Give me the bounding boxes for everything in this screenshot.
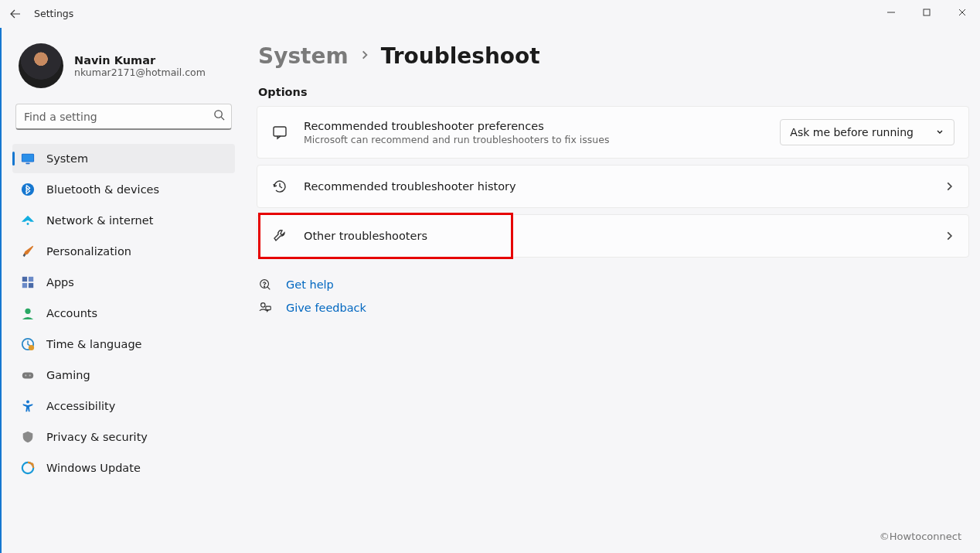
link-get-help[interactable]: Get help	[258, 278, 969, 292]
clock-globe-icon	[20, 336, 36, 352]
update-icon	[20, 460, 36, 476]
svg-rect-8	[26, 162, 29, 164]
card-troubleshooter-history[interactable]: Recommended troubleshooter history	[257, 165, 969, 208]
card-subtitle: Microsoft can recommend and run troubles…	[304, 134, 764, 145]
nav-label: Personalization	[46, 245, 131, 258]
section-title-options: Options	[258, 86, 969, 98]
chevron-down-icon	[935, 126, 944, 138]
nav-label: Network & internet	[46, 214, 153, 227]
wrench-icon	[271, 227, 288, 244]
svg-line-5	[221, 117, 224, 120]
maximize-button[interactable]	[909, 0, 944, 25]
back-button[interactable]	[0, 0, 31, 28]
svg-point-19	[25, 374, 26, 376]
profile-block[interactable]: Navin Kumar nkumar2171@hotmail.com	[12, 39, 235, 104]
nav-item-windows-update[interactable]: Windows Update	[12, 453, 235, 483]
nav-item-bluetooth[interactable]: Bluetooth & devices	[12, 175, 235, 204]
search-input[interactable]	[24, 111, 213, 123]
nav-label: System	[46, 152, 88, 165]
card-other-troubleshooters[interactable]: Other troubleshooters	[257, 214, 969, 258]
chat-icon	[271, 124, 288, 141]
card-troubleshooter-preferences[interactable]: Recommended troubleshooter preferences M…	[257, 106, 969, 159]
bluetooth-icon	[20, 182, 36, 197]
svg-point-15	[25, 309, 30, 314]
svg-rect-13	[22, 283, 27, 288]
nav-label: Windows Update	[46, 462, 141, 474]
nav-label: Accounts	[46, 307, 97, 319]
svg-point-4	[215, 111, 222, 118]
svg-point-21	[26, 401, 29, 404]
nav-label: Time & language	[46, 338, 142, 350]
wifi-icon	[20, 213, 36, 228]
nav-item-accessibility[interactable]: Accessibility	[12, 391, 235, 421]
nav-label: Gaming	[46, 369, 90, 381]
avatar	[19, 43, 63, 88]
close-button[interactable]	[944, 0, 980, 25]
sidebar: Navin Kumar nkumar2171@hotmail.com Syste…	[2, 28, 246, 553]
svg-rect-7	[22, 155, 33, 162]
nav-item-privacy[interactable]: Privacy & security	[12, 422, 235, 452]
svg-rect-18	[22, 372, 33, 378]
nav-item-network[interactable]: Network & internet	[12, 206, 235, 235]
minimize-button[interactable]	[873, 0, 909, 25]
accessibility-icon	[20, 398, 36, 414]
svg-rect-1	[924, 9, 930, 15]
card-title: Other troubleshooters	[304, 230, 928, 242]
svg-line-27	[267, 287, 271, 290]
display-icon	[20, 151, 36, 166]
svg-marker-23	[32, 463, 35, 466]
svg-rect-14	[29, 283, 33, 288]
chevron-right-icon	[359, 49, 370, 63]
preferences-dropdown[interactable]: Ask me before running	[780, 119, 954, 145]
breadcrumb-current: Troubleshoot	[381, 43, 540, 69]
nav-item-system[interactable]: System	[12, 144, 235, 173]
nav-label: Accessibility	[46, 400, 115, 412]
svg-point-26	[264, 286, 265, 287]
profile-email: nkumar2171@hotmail.com	[74, 67, 206, 78]
card-title: Recommended troubleshooter history	[304, 180, 928, 193]
help-icon	[258, 278, 272, 292]
nav-label: Privacy & security	[46, 431, 148, 443]
breadcrumb-parent[interactable]: System	[258, 43, 349, 69]
watermark: ©Howtoconnect	[880, 531, 961, 542]
chevron-right-icon	[944, 230, 954, 241]
svg-point-20	[29, 374, 31, 376]
shield-icon	[20, 429, 36, 445]
nav-item-personalization[interactable]: Personalization	[12, 237, 235, 266]
nav-label: Bluetooth & devices	[46, 183, 159, 196]
dropdown-value: Ask me before running	[790, 126, 914, 138]
brush-icon	[20, 244, 36, 259]
card-title: Recommended troubleshooter preferences	[304, 120, 764, 132]
gamepad-icon	[20, 367, 36, 383]
search-icon	[213, 109, 225, 124]
nav-item-apps[interactable]: Apps	[12, 268, 235, 297]
nav-item-gaming[interactable]: Gaming	[12, 360, 235, 390]
person-icon	[20, 306, 36, 321]
profile-name: Navin Kumar	[74, 54, 206, 67]
svg-rect-29	[266, 306, 271, 310]
svg-rect-24	[274, 127, 286, 136]
breadcrumb: System Troubleshoot	[257, 43, 969, 69]
svg-point-17	[29, 345, 34, 350]
search-box[interactable]	[15, 104, 232, 130]
chevron-right-icon	[944, 181, 954, 192]
svg-point-28	[261, 303, 265, 307]
nav-list: System Bluetooth & devices Network & int…	[12, 144, 235, 483]
svg-point-10	[27, 223, 29, 225]
main-content: System Troubleshoot Options Recommended …	[246, 28, 980, 553]
history-icon	[271, 178, 288, 195]
nav-item-accounts[interactable]: Accounts	[12, 299, 235, 328]
link-label[interactable]: Give feedback	[286, 302, 366, 314]
link-give-feedback[interactable]: Give feedback	[258, 301, 969, 315]
nav-label: Apps	[46, 276, 74, 288]
nav-item-time-language[interactable]: Time & language	[12, 329, 235, 359]
svg-rect-11	[22, 277, 27, 282]
window-title: Settings	[31, 0, 73, 19]
link-label[interactable]: Get help	[286, 278, 334, 291]
apps-icon	[20, 275, 36, 290]
feedback-icon	[258, 301, 272, 315]
svg-rect-12	[29, 277, 33, 282]
